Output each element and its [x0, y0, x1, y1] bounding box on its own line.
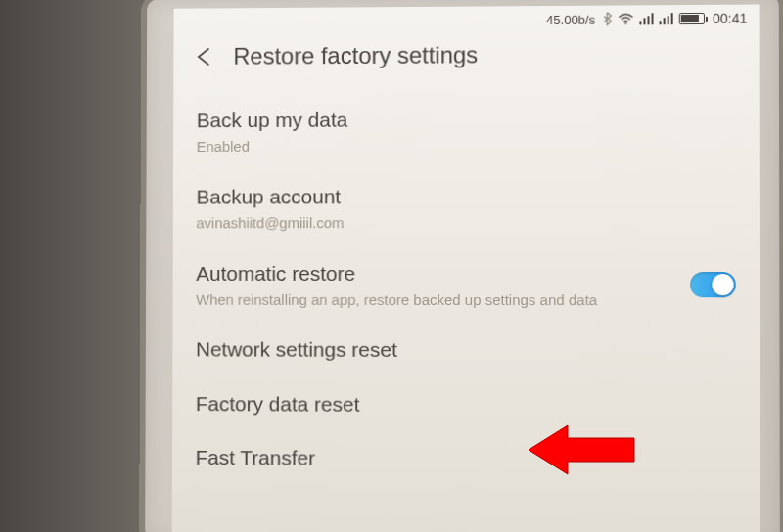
network-settings-reset-item[interactable]: Network settings reset: [192, 323, 740, 378]
back-icon[interactable]: [191, 45, 214, 68]
svg-rect-7: [668, 16, 669, 24]
svg-rect-2: [643, 18, 645, 24]
setting-title: Automatic restore: [196, 260, 670, 287]
setting-title: Fast Transfer: [196, 444, 736, 473]
battery-icon: [679, 13, 705, 24]
backup-my-data-item[interactable]: Back up my data Enabled: [193, 91, 740, 170]
header: Restore factory settings: [173, 32, 759, 84]
svg-point-0: [624, 22, 626, 24]
svg-rect-1: [639, 21, 641, 24]
setting-title: Factory data reset: [196, 390, 736, 419]
data-speed: 45.00b/s: [546, 12, 595, 26]
setting-subtitle: When reinstalling an app, restore backed…: [196, 290, 670, 310]
bluetooth-icon: [603, 13, 612, 26]
status-icons: [603, 12, 705, 26]
phone-frame: 45.00b/s 00:41 Restore factory settings …: [139, 0, 783, 532]
svg-rect-3: [647, 16, 649, 24]
setting-title: Backup account: [196, 182, 735, 209]
content: Back up my data Enabled Backup account a…: [172, 81, 760, 532]
screen: 45.00b/s 00:41 Restore factory settings …: [172, 5, 760, 532]
page-title: Restore factory settings: [233, 41, 478, 69]
signal-icon: [639, 13, 653, 24]
wifi-icon: [618, 13, 633, 24]
automatic-restore-toggle[interactable]: [690, 272, 736, 297]
automatic-restore-item[interactable]: Automatic restore When reinstalling an a…: [192, 245, 740, 323]
setting-title: Network settings reset: [196, 336, 736, 365]
setting-subtitle: Enabled: [197, 135, 736, 155]
backup-account-item[interactable]: Backup account avinashiitd@gmiiil.com: [192, 168, 739, 246]
svg-rect-8: [671, 13, 673, 24]
signal-icon-2: [660, 13, 673, 24]
fast-transfer-item[interactable]: Fast Transfer: [192, 430, 740, 487]
svg-rect-6: [664, 18, 666, 24]
clock: 00:41: [713, 11, 747, 26]
setting-subtitle: avinashiitd@gmiiil.com: [196, 213, 735, 233]
svg-rect-5: [660, 21, 662, 24]
status-bar: 45.00b/s 00:41: [174, 5, 760, 36]
factory-data-reset-item[interactable]: Factory data reset: [192, 377, 740, 432]
svg-rect-4: [651, 13, 653, 24]
setting-title: Back up my data: [197, 105, 736, 133]
